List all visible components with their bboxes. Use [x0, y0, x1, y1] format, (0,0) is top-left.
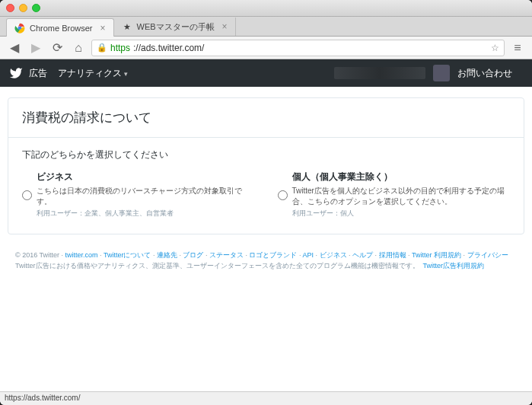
- card-title: 消費税の請求について: [8, 98, 524, 138]
- option-business[interactable]: ビジネス こちらは日本の消費税のリバースチャージ方式の対象取引です。 利用ユーザ…: [22, 171, 255, 218]
- radio-personal[interactable]: [278, 172, 288, 218]
- option-title: 個人（個人事業主除く）: [292, 171, 511, 183]
- footer-link[interactable]: API: [302, 251, 314, 259]
- window-titlebar: [0, 0, 532, 17]
- radio-business[interactable]: [22, 172, 32, 218]
- footer-link[interactable]: 採用情報: [379, 251, 406, 259]
- window-zoom-button[interactable]: [32, 4, 40, 12]
- footer-link[interactable]: twitter.com: [65, 251, 98, 259]
- option-meta: 利用ユーザー：個人: [292, 209, 511, 218]
- option-desc: こちらは日本の消費税のリバースチャージ方式の対象取引です。: [37, 186, 255, 207]
- tax-card: 消費税の請求について 下記のどちらかを選択してください ビジネス こちらは日本の…: [8, 97, 524, 234]
- nav-contact[interactable]: お問い合わせ: [457, 67, 512, 80]
- browser-tab[interactable]: Chrome Browser ×: [6, 18, 114, 37]
- footer-terms-link[interactable]: Twitter広告利用規約: [423, 262, 485, 269]
- bookmark-icon[interactable]: ☆: [491, 43, 499, 53]
- footer-note: Twitter広告における価格やアナリティクス、測定基準、ユーザーインターフェー…: [15, 262, 419, 269]
- browser-tab[interactable]: ★ WEBマスターの手帳 ×: [114, 18, 236, 36]
- twitter-logo-icon[interactable]: [9, 66, 23, 80]
- card-subtitle: 下記のどちらかを選択してください: [22, 148, 510, 161]
- nav-brand[interactable]: 広告: [29, 67, 47, 80]
- footer-link[interactable]: ビジネス: [320, 251, 347, 259]
- chrome-icon: [14, 23, 25, 33]
- url-protocol: https: [110, 43, 130, 53]
- tab-title: Chrome Browser: [30, 24, 93, 33]
- browser-statusbar: https://ads.twitter.com/: [0, 391, 532, 405]
- lock-icon: 🔒: [97, 43, 107, 53]
- window-close-button[interactable]: [6, 4, 14, 12]
- page-content: 広告 アナリティクス お問い合わせ 消費税の請求について 下記のどちらかを選択し…: [0, 59, 532, 391]
- footer-link[interactable]: 連絡先: [157, 251, 177, 259]
- tab-title: WEBマスターの手帳: [137, 21, 215, 33]
- footer-link[interactable]: ステータス: [209, 251, 244, 259]
- browser-toolbar: ◀ ▶ ⟳ ⌂ 🔒 https://ads.twitter.com/ ☆ ≡: [0, 37, 532, 59]
- forward-button[interactable]: ▶: [27, 40, 44, 56]
- option-personal[interactable]: 個人（個人事業主除く） Twitter広告を個人的なビジネス以外の目的で利用する…: [278, 171, 511, 218]
- back-button[interactable]: ◀: [6, 40, 23, 56]
- option-desc: Twitter広告を個人的なビジネス以外の目的で利用する予定の場合、こちらのオプ…: [292, 186, 511, 207]
- status-text: https://ads.twitter.com/: [5, 394, 80, 402]
- option-title: ビジネス: [37, 171, 255, 183]
- footer-link[interactable]: ロゴとブランド: [249, 251, 297, 259]
- tab-close-icon[interactable]: ×: [100, 23, 106, 33]
- star-icon: ★: [122, 21, 132, 32]
- site-footer: © 2016 Twitter · twitter.com · Twitterにつ…: [8, 245, 524, 282]
- footer-link[interactable]: プライバシー: [467, 251, 508, 259]
- account-switcher[interactable]: [334, 67, 425, 79]
- reload-button[interactable]: ⟳: [49, 40, 65, 56]
- url-bar[interactable]: 🔒 https://ads.twitter.com/ ☆: [91, 40, 505, 56]
- footer-copyright: © 2016 Twitter: [15, 251, 59, 259]
- nav-analytics[interactable]: アナリティクス: [58, 67, 128, 80]
- window-minimize-button[interactable]: [19, 4, 27, 12]
- avatar[interactable]: [433, 65, 450, 81]
- url-path: ://ads.twitter.com/: [133, 43, 204, 53]
- tab-close-icon[interactable]: ×: [222, 21, 228, 32]
- footer-link[interactable]: Twitter 利用規約: [412, 251, 461, 259]
- home-button[interactable]: ⌂: [70, 40, 87, 56]
- footer-link[interactable]: ヘルプ: [352, 251, 373, 259]
- browser-tabbar: Chrome Browser × ★ WEBマスターの手帳 ×: [0, 17, 532, 37]
- footer-link[interactable]: Twitterについて: [104, 251, 151, 259]
- site-topnav: 広告 アナリティクス お問い合わせ: [0, 59, 532, 87]
- option-meta: 利用ユーザー：企業、個人事業主、自営業者: [37, 209, 255, 218]
- footer-link[interactable]: ブログ: [183, 251, 203, 259]
- browser-menu-button[interactable]: ≡: [509, 40, 526, 56]
